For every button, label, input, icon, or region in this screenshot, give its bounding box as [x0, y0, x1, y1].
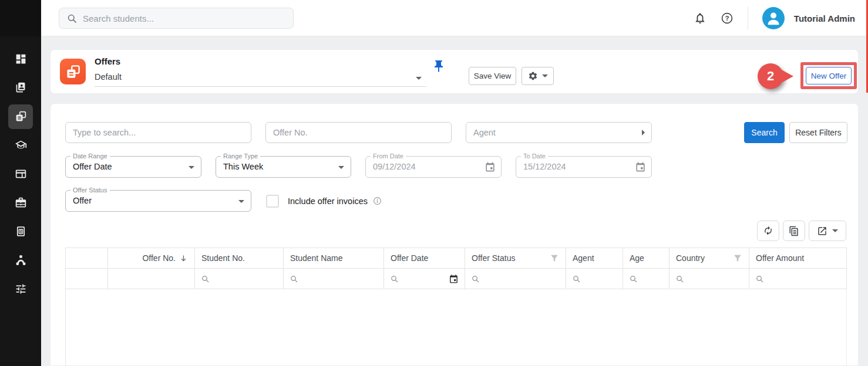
column-header-row_select[interactable] — [66, 248, 108, 268]
filter-funnel-icon[interactable] — [733, 253, 742, 263]
column-filter-student_name[interactable] — [284, 269, 384, 289]
range-type-value: This Week — [223, 162, 263, 171]
view-selector[interactable]: Default — [95, 69, 426, 87]
keyword-filter — [65, 122, 251, 143]
topbar-divider — [748, 6, 748, 30]
sidebar-item-settings[interactable] — [0, 274, 41, 303]
column-label: Student Name — [290, 253, 343, 263]
column-header-offer_status[interactable]: Offer Status — [465, 248, 566, 268]
calendar-icon[interactable] — [485, 161, 496, 172]
notifications-button[interactable] — [694, 12, 706, 25]
column-label: Agent — [573, 253, 594, 263]
sidebar-item-education[interactable] — [0, 131, 41, 160]
offer-no-filter — [265, 122, 452, 143]
include-offer-invoices-checkbox[interactable] — [266, 195, 279, 208]
search-icon — [290, 274, 298, 283]
to-date-label: To Date — [521, 152, 548, 160]
column-label: Country — [676, 253, 705, 263]
agents-icon — [15, 254, 27, 266]
agent-filter-input[interactable] — [466, 122, 652, 143]
sidebar-item-offers[interactable] — [0, 102, 41, 131]
export-icon — [817, 226, 827, 236]
sidebar-item-students[interactable] — [0, 73, 41, 102]
column-header-age[interactable]: Age — [623, 248, 669, 268]
invoice-icon: $ — [15, 225, 27, 238]
chevron-down-icon — [189, 166, 194, 169]
offers-icon — [65, 64, 81, 80]
reset-filters-button[interactable]: Reset Filters — [789, 122, 847, 143]
save-view-button[interactable]: Save View — [469, 67, 516, 85]
column-header-student_no[interactable]: Student No. — [195, 248, 284, 268]
chevron-down-icon — [542, 74, 548, 77]
column-header-country[interactable]: Country — [669, 248, 749, 268]
range-type-select[interactable]: Range Type This Week — [216, 156, 351, 178]
search-students-input[interactable] — [59, 8, 293, 28]
column-filter-age[interactable] — [623, 269, 669, 289]
offers-page-icon — [60, 59, 86, 84]
sidebar-items: $ — [0, 45, 41, 303]
column-header-offer_no[interactable]: Offer No. — [108, 248, 195, 268]
sort-desc-icon[interactable] — [179, 254, 188, 263]
offer-status-select[interactable]: Offer Status Offer — [65, 190, 251, 212]
copy-button[interactable] — [783, 221, 805, 241]
column-filter-offer_status[interactable] — [465, 269, 566, 289]
date-range-select[interactable]: Date Range Offer Date — [65, 156, 201, 178]
help-icon: ? — [721, 12, 734, 25]
offers-table: Offer No.Student No.Student NameOffer Da… — [65, 248, 847, 366]
sidebar-item-agents[interactable] — [0, 246, 41, 274]
chevron-right-icon — [642, 130, 645, 135]
chevron-down-icon — [338, 166, 344, 169]
bell-icon — [694, 12, 706, 25]
to-date-value: 15/12/2024 — [523, 162, 566, 171]
column-filter-student_no[interactable] — [195, 269, 284, 289]
chevron-down-icon — [416, 77, 422, 80]
sidebar-item-services[interactable] — [0, 188, 41, 217]
column-filter-offer_amount[interactable] — [749, 269, 847, 289]
column-header-offer_date[interactable]: Offer Date — [384, 248, 465, 268]
table-header-row: Offer No.Student No.Student NameOffer Da… — [66, 248, 847, 269]
app-logo[interactable] — [0, 0, 41, 36]
topbar: ? Tutorial Admin — [41, 0, 868, 36]
sidebar-item-invoices[interactable]: $ — [0, 217, 41, 246]
column-label: Student No. — [201, 253, 245, 263]
app-screen: $ ? Tutorial Admin Off — [0, 0, 868, 366]
column-header-agent[interactable]: Agent — [566, 248, 623, 268]
column-header-student_name[interactable]: Student Name — [284, 248, 384, 268]
from-date-field[interactable]: From Date 09/12/2024 — [365, 156, 502, 178]
student-search-box[interactable] — [59, 8, 294, 29]
refresh-button[interactable] — [757, 221, 779, 241]
keyword-filter-input[interactable] — [65, 122, 251, 143]
offer-status-value: Offer — [73, 196, 92, 205]
column-filter-row_select — [66, 269, 108, 289]
date-range-label: Date Range — [70, 152, 110, 160]
filter-funnel-icon[interactable] — [550, 253, 559, 263]
user-menu[interactable]: Tutorial Admin — [762, 7, 860, 29]
page-title: Offers — [95, 56, 120, 66]
pin-view-button[interactable] — [432, 59, 446, 73]
grid-toolbar — [757, 221, 846, 241]
search-icon — [471, 274, 480, 283]
column-header-offer_amount[interactable]: Offer Amount — [749, 248, 847, 268]
avatar — [762, 7, 785, 29]
sidebar-item-dashboard[interactable] — [0, 45, 41, 73]
calendar-icon[interactable] — [449, 274, 459, 284]
offer-no-filter-input[interactable] — [265, 122, 452, 143]
search-icon — [390, 274, 399, 283]
info-icon[interactable] — [373, 196, 382, 205]
view-settings-button[interactable] — [522, 67, 554, 85]
search-icon — [201, 274, 210, 283]
column-filter-agent[interactable] — [566, 269, 623, 289]
calendar-icon[interactable] — [635, 161, 646, 172]
refresh-icon — [763, 226, 773, 236]
column-filter-country[interactable] — [669, 269, 749, 289]
user-name: Tutorial Admin — [794, 13, 860, 23]
export-button[interactable] — [809, 221, 846, 241]
sidebar-item-boards[interactable] — [0, 160, 41, 188]
range-type-label: Range Type — [221, 152, 260, 160]
help-button[interactable]: ? — [721, 12, 734, 25]
table-filter-row — [66, 269, 847, 289]
column-filter-offer_date[interactable] — [384, 269, 465, 289]
copy-icon — [789, 226, 799, 236]
to-date-field[interactable]: To Date 15/12/2024 — [516, 156, 652, 178]
search-button[interactable]: Search — [744, 122, 785, 143]
